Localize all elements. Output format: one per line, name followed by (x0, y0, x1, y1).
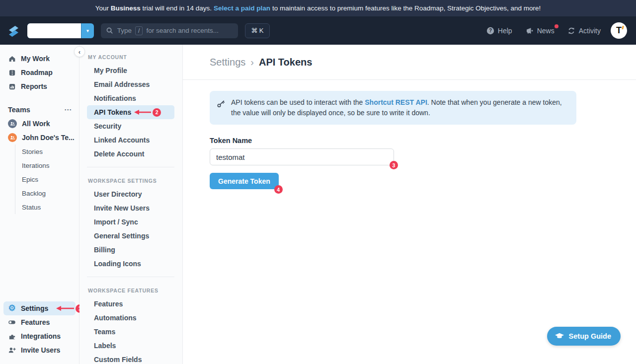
sidebar-item-integrations[interactable]: Integrations (0, 329, 79, 343)
help-button[interactable]: ? Help (486, 27, 512, 35)
activity-button[interactable]: Activity (567, 27, 601, 35)
settings-sidebar: MY ACCOUNT My Profile Email Addresses No… (80, 45, 183, 364)
breadcrumb: Settings › API Tokens (183, 45, 636, 80)
sidebar-item-my-work[interactable]: My Work (0, 52, 79, 66)
settings-item-label: Custom Fields (94, 356, 142, 364)
user-plus-icon (8, 346, 16, 354)
banner-text-post: to maintain access to premium features l… (272, 4, 541, 12)
settings-item-notifications[interactable]: Notifications (80, 91, 182, 105)
bar-chart-icon (8, 82, 16, 90)
sidebar-item-status[interactable]: Status (22, 200, 79, 214)
annotation-badge: 2 (153, 108, 161, 117)
gear-icon: ⚙ (8, 304, 16, 312)
create-story-label: Create Story (27, 23, 81, 38)
setup-guide-button[interactable]: Setup Guide (547, 327, 621, 346)
settings-item-label: Delete Account (94, 150, 144, 158)
info-text: API tokens can be used to interact with … (231, 97, 567, 118)
settings-item-import-sync[interactable]: Import / Sync (80, 215, 182, 229)
teams-header-label: Teams (8, 106, 30, 114)
banner-text-mid: trial will end in 14 days. (142, 4, 212, 12)
sidebar-item-label: Integrations (21, 332, 61, 340)
sidebar-item-backlog[interactable]: Backlog (22, 186, 79, 200)
sidebar-item-label: Backlog (22, 190, 46, 197)
settings-item-automations[interactable]: Automations (80, 311, 182, 325)
search-placeholder-type: Type (117, 27, 132, 34)
settings-item-label: Teams (94, 328, 115, 336)
settings-item-delete-account[interactable]: Delete Account (80, 147, 182, 161)
settings-item-label: My Profile (94, 67, 127, 74)
generate-token-button[interactable]: Generate Token (210, 173, 279, 189)
news-button[interactable]: News (525, 27, 555, 35)
settings-item-email-addresses[interactable]: Email Addresses (80, 77, 182, 91)
slash-key-hint: / (135, 26, 143, 35)
sidebar-collapse-button[interactable]: ‹ (74, 46, 85, 57)
sidebar-item-all-work[interactable]: All Work (0, 117, 79, 131)
shortcut-logo-icon[interactable] (7, 24, 21, 38)
sidebar-item-label: All Work (22, 120, 50, 128)
graduation-cap-icon (555, 333, 564, 340)
settings-item-teams[interactable]: Teams (80, 325, 182, 339)
select-paid-plan-link[interactable]: Select a paid plan (214, 4, 270, 12)
banner-text-pre: Your (95, 4, 109, 12)
caret-down-icon: ▾ (86, 28, 89, 33)
activity-label: Activity (579, 27, 601, 35)
sidebar-item-label: My Work (21, 55, 50, 63)
token-name-input-wrap: 3 (210, 148, 394, 165)
settings-item-custom-fields[interactable]: Custom Fields (80, 353, 182, 364)
breadcrumb-settings[interactable]: Settings (210, 57, 245, 68)
settings-item-label: Notifications (94, 94, 136, 102)
john-does-team-icon (8, 133, 17, 142)
search-input[interactable]: Type / for search and recents... (101, 23, 238, 38)
sidebar-item-stories[interactable]: Stories (22, 145, 79, 158)
settings-item-linked-accounts[interactable]: Linked Accounts (80, 133, 182, 147)
settings-item-user-directory[interactable]: User Directory (80, 187, 182, 201)
home-icon (8, 55, 16, 63)
sidebar-item-label: Status (22, 204, 41, 211)
shortcut-rest-api-link[interactable]: Shortcut REST API (365, 98, 427, 106)
settings-item-label: Loading Icons (94, 260, 141, 268)
token-name-input[interactable] (210, 148, 394, 165)
settings-item-label: Email Addresses (94, 80, 150, 88)
create-story-button[interactable]: Create Story ▾ (27, 23, 94, 38)
settings-item-api-tokens[interactable]: API Tokens 2 (87, 105, 174, 119)
sidebar-item-invite-users[interactable]: Invite Users (0, 343, 79, 357)
settings-item-features[interactable]: Features (80, 297, 182, 311)
sidebar-item-label: Stories (22, 148, 43, 155)
sidebar-item-roadmap[interactable]: Roadmap (0, 66, 79, 79)
settings-item-label: Automations (94, 314, 137, 322)
help-label: Help (498, 27, 512, 35)
sidebar-item-settings[interactable]: ⚙ Settings 1 (3, 301, 76, 315)
keyboard-shortcut-badge[interactable]: ⌘ K (245, 23, 270, 38)
sidebar-item-john-does-team[interactable]: John Doe's Te... (0, 131, 79, 145)
create-story-caret[interactable]: ▾ (81, 23, 94, 38)
section-title-workspace-features: WORKSPACE FEATURES (80, 284, 182, 297)
settings-item-security[interactable]: Security (80, 119, 182, 133)
breadcrumb-separator: › (250, 57, 254, 68)
sidebar-item-iterations[interactable]: Iterations (22, 158, 79, 172)
sidebar-item-reports[interactable]: Reports (0, 79, 79, 93)
chevron-left-icon: ‹ (79, 48, 80, 56)
main-content: Settings › API Tokens API tokens can be … (183, 45, 636, 364)
team-subtree: Stories Iterations Epics Backlog Status (15, 145, 79, 214)
sidebar-item-label: Roadmap (21, 69, 53, 76)
section-title-workspace-settings: WORKSPACE SETTINGS (80, 174, 182, 187)
settings-item-billing[interactable]: Billing (80, 243, 182, 257)
settings-item-label: Import / Sync (94, 218, 138, 226)
news-unread-dot (555, 24, 558, 28)
user-avatar[interactable]: T (611, 22, 627, 39)
sidebar-item-epics[interactable]: Epics (22, 172, 79, 186)
settings-item-loading-icons[interactable]: Loading Icons (80, 257, 182, 271)
sidebar-item-features[interactable]: Features (0, 315, 79, 329)
settings-item-general-settings[interactable]: General Settings (80, 229, 182, 243)
settings-item-invite-new-users[interactable]: Invite New Users (80, 201, 182, 215)
sidebar-item-label: Reports (21, 82, 47, 90)
question-circle-icon: ? (486, 27, 494, 35)
settings-item-label: User Directory (94, 190, 142, 198)
settings-item-my-profile[interactable]: My Profile (80, 64, 182, 77)
settings-item-label: Labels (94, 342, 116, 350)
settings-item-label: Features (94, 300, 123, 308)
settings-item-labels[interactable]: Labels (80, 339, 182, 353)
annotation-2: 2 (134, 108, 161, 117)
teams-menu-button[interactable]: ⋯ (64, 105, 72, 114)
sidebar-item-label: Iterations (22, 162, 50, 169)
